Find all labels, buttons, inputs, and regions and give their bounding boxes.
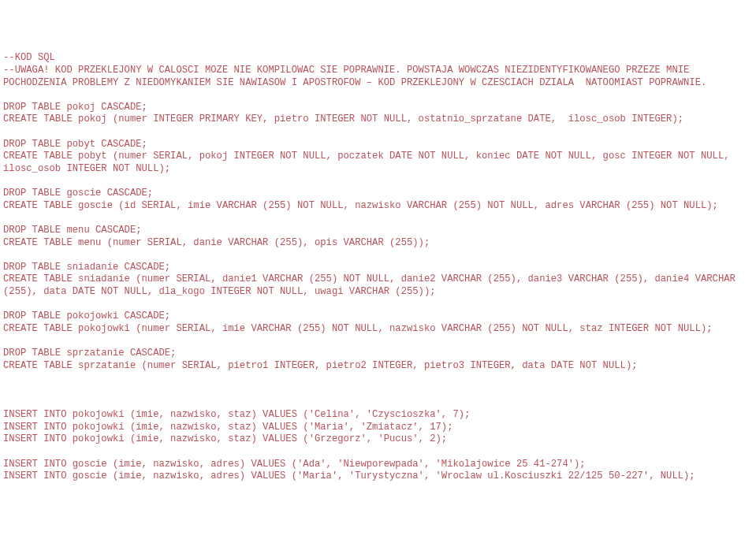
sql-block-0: DROP TABLE pokoj CASCADE; CREATE TABLE p… [3,102,683,125]
sql-block-3: DROP TABLE menu CASCADE; CREATE TABLE me… [3,225,430,248]
sql-block-1: DROP TABLE pobyt CASCADE; CREATE TABLE p… [3,139,736,174]
sql-block-5: DROP TABLE pokojowki CASCADE; CREATE TAB… [3,310,713,334]
sql-block-2: DROP TABLE goscie CASCADE; CREATE TABLE … [3,188,718,211]
sql-header-comment: --KOD SQL --UWAGA! KOD PRZEKLEJONY W CAL… [3,52,706,87]
sql-insert-pokojowki-0: INSERT INTO pokojowki (imie, nazwisko, s… [3,409,470,420]
sql-insert-pokojowki-2: INSERT INTO pokojowki (imie, nazwisko, s… [3,433,447,444]
sql-insert-goscie-1: INSERT INTO goscie (imie, nazwisko, adre… [3,470,695,481]
sql-insert-goscie-0: INSERT INTO goscie (imie, nazwisko, adre… [3,459,586,470]
sql-block-4: DROP TABLE sniadanie CASCADE; CREATE TAB… [3,262,741,297]
sql-code-block: --KOD SQL --UWAGA! KOD PRZEKLEJONY W CAL… [3,52,753,482]
sql-insert-pokojowki-1: INSERT INTO pokojowki (imie, nazwisko, s… [3,422,452,433]
sql-block-6: DROP TABLE sprzatanie CASCADE; CREATE TA… [3,348,638,371]
